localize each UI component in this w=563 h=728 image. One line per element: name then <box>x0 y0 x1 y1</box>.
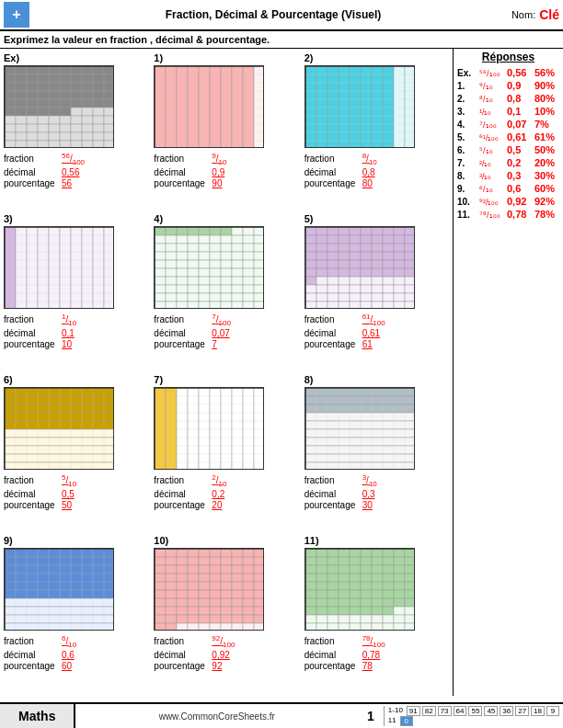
percentage-line: pourcentage7 <box>154 339 217 349</box>
svg-rect-86 <box>71 132 82 141</box>
stat-box: 27 <box>515 706 529 716</box>
svg-rect-1136 <box>361 565 372 574</box>
svg-rect-480 <box>221 285 232 293</box>
svg-rect-456 <box>177 268 188 277</box>
svg-rect-1187 <box>372 607 383 615</box>
svg-rect-1103 <box>188 623 199 631</box>
svg-rect-25 <box>60 83 71 91</box>
svg-rect-1035 <box>210 565 221 574</box>
page-title: Fraction, Décimal & Pourcentage (Visuel) <box>35 8 511 21</box>
svg-rect-969 <box>5 598 114 607</box>
svg-rect-89 <box>104 132 114 141</box>
svg-rect-510 <box>361 227 372 235</box>
answer-row: 10.⁹²/₁₀₀0,9292% <box>457 196 559 207</box>
svg-rect-559 <box>350 268 361 277</box>
answer-num: 9. <box>457 184 477 194</box>
svg-rect-562 <box>383 268 394 277</box>
answer-num: Ex. <box>457 68 477 78</box>
decimal-line: décimal0,9 <box>154 167 224 177</box>
percentage-line: pourcentage56 <box>4 178 72 188</box>
svg-rect-4 <box>49 66 60 74</box>
percentage-line: pourcentage20 <box>154 500 222 510</box>
svg-rect-485 <box>166 293 177 301</box>
svg-rect-596 <box>316 301 327 309</box>
svg-rect-70 <box>5 124 16 132</box>
svg-rect-191 <box>254 66 264 148</box>
answer-dec: 0,1 <box>507 106 533 117</box>
svg-rect-603 <box>394 301 405 309</box>
svg-rect-575 <box>305 285 316 293</box>
svg-rect-592 <box>383 293 394 301</box>
svg-rect-949 <box>5 582 114 590</box>
decimal-value: 0,56 <box>62 167 79 177</box>
svg-rect-1116 <box>361 549 372 557</box>
percentage-label: pourcentage <box>304 500 360 510</box>
svg-rect-484 <box>155 293 166 301</box>
svg-rect-428 <box>199 244 210 252</box>
svg-rect-508 <box>339 227 350 235</box>
svg-rect-1161 <box>305 590 316 598</box>
svg-rect-467 <box>188 277 199 285</box>
svg-rect-1046 <box>221 574 232 582</box>
svg-rect-418 <box>199 235 210 244</box>
svg-rect-599 <box>350 301 361 309</box>
fraction-value: 3/10 <box>362 473 377 488</box>
svg-rect-35 <box>60 91 71 99</box>
svg-rect-30 <box>5 91 16 99</box>
svg-rect-532 <box>383 244 394 252</box>
svg-rect-528 <box>339 244 350 252</box>
svg-rect-1198 <box>383 615 394 623</box>
svg-rect-10 <box>5 74 16 83</box>
svg-rect-594 <box>405 293 415 301</box>
percentage-label: pourcentage <box>304 178 360 188</box>
svg-rect-410 <box>221 227 232 235</box>
fraction-value: 9/10 <box>212 152 226 166</box>
answer-row: 4.⁷/₁₀₀0,077% <box>457 119 559 130</box>
fraction-line: fraction56/100 <box>4 152 85 166</box>
svg-rect-1070 <box>155 598 166 607</box>
svg-rect-979 <box>5 607 114 615</box>
answer-frac: ⁹/₁₀ <box>479 82 505 91</box>
problem-label: 7) <box>154 374 163 385</box>
svg-rect-74 <box>49 124 60 132</box>
svg-rect-450 <box>221 260 232 268</box>
answer-pct: 56% <box>534 67 555 78</box>
svg-rect-536 <box>316 252 327 260</box>
svg-rect-41 <box>16 99 27 108</box>
svg-rect-1200 <box>405 615 415 623</box>
answer-pct: 61% <box>534 131 555 142</box>
svg-rect-53 <box>38 108 49 116</box>
svg-rect-1066 <box>221 590 232 598</box>
decimal-value: 0,92 <box>212 650 229 660</box>
svg-rect-414 <box>155 235 166 244</box>
svg-rect-538 <box>339 252 350 260</box>
svg-rect-54 <box>49 108 60 116</box>
decimal-label: décimal <box>304 489 360 499</box>
svg-rect-1146 <box>361 574 372 582</box>
decimal-value: 0,6 <box>62 650 75 660</box>
svg-rect-1202 <box>316 623 327 631</box>
svg-rect-84 <box>49 132 60 141</box>
svg-rect-22 <box>27 83 38 91</box>
svg-rect-383 <box>93 227 104 309</box>
svg-rect-1017 <box>232 549 243 557</box>
svg-rect-571 <box>372 277 383 285</box>
svg-rect-549 <box>350 260 361 268</box>
svg-rect-131 <box>188 66 199 148</box>
svg-rect-111 <box>166 66 177 148</box>
svg-rect-590 <box>361 293 372 301</box>
svg-rect-407 <box>188 227 199 235</box>
svg-rect-919 <box>5 557 114 565</box>
answer-num: 4. <box>457 119 477 130</box>
svg-rect-1082 <box>177 607 188 615</box>
svg-rect-1199 <box>394 615 405 623</box>
svg-rect-1041 <box>166 574 177 582</box>
svg-rect-463 <box>254 268 264 277</box>
svg-rect-444 <box>155 260 166 268</box>
svg-rect-495 <box>166 301 177 309</box>
svg-rect-1022 <box>177 557 188 565</box>
answer-row: 5.⁶¹/₁₀₀0,6161% <box>457 131 559 142</box>
svg-rect-1077 <box>232 598 243 607</box>
svg-rect-323 <box>27 227 38 309</box>
svg-rect-62 <box>27 116 38 124</box>
